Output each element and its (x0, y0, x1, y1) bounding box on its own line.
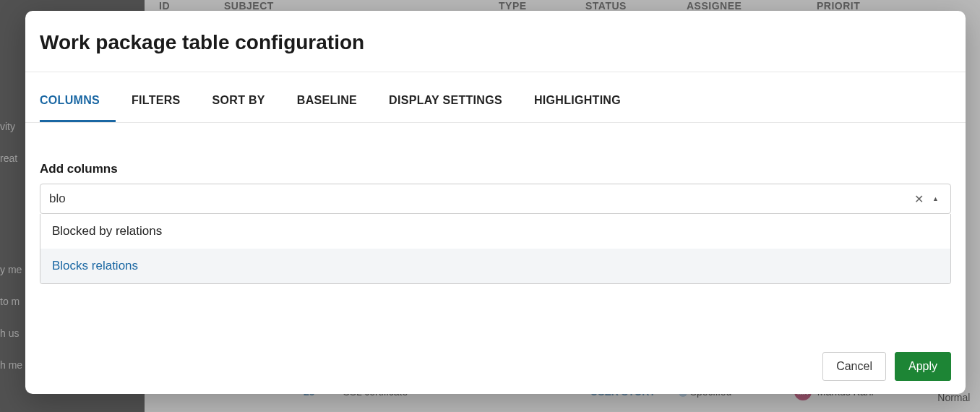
modal-footer: Cancel Apply (25, 339, 966, 394)
option-blocked-by-relations[interactable]: Blocked by relations (40, 214, 950, 249)
tab-highlighting[interactable]: HIGHLIGHTING (518, 78, 637, 122)
modal-header: Work package table configuration (25, 11, 966, 72)
tab-sort-by[interactable]: SORT BY (197, 78, 281, 122)
clear-icon[interactable]: ✕ (908, 189, 929, 209)
cancel-button[interactable]: Cancel (822, 352, 886, 381)
modal-tabs: COLUMNS FILTERS SORT BY BASELINE DISPLAY… (25, 78, 966, 123)
add-columns-combobox: ✕ ▲ Blocked by relations Blocks relation… (40, 184, 951, 284)
dropdown-list: Blocked by relations Blocks relations (40, 214, 951, 284)
tab-display-settings[interactable]: DISPLAY SETTINGS (373, 78, 518, 122)
tab-columns[interactable]: COLUMNS (40, 78, 116, 122)
tab-baseline[interactable]: BASELINE (281, 78, 373, 122)
caret-up-icon[interactable]: ▲ (929, 192, 942, 205)
add-columns-label: Add columns (40, 162, 951, 176)
option-blocks-relations[interactable]: Blocks relations (40, 249, 950, 283)
config-modal: Work package table configuration COLUMNS… (25, 11, 966, 394)
add-columns-input[interactable] (49, 192, 908, 206)
modal-body: Add columns ✕ ▲ Blocked by relations Blo… (25, 123, 966, 339)
tab-filters[interactable]: FILTERS (116, 78, 197, 122)
apply-button[interactable]: Apply (895, 352, 951, 381)
modal-title: Work package table configuration (40, 31, 951, 54)
combo-input-row[interactable]: ✕ ▲ (40, 184, 951, 214)
